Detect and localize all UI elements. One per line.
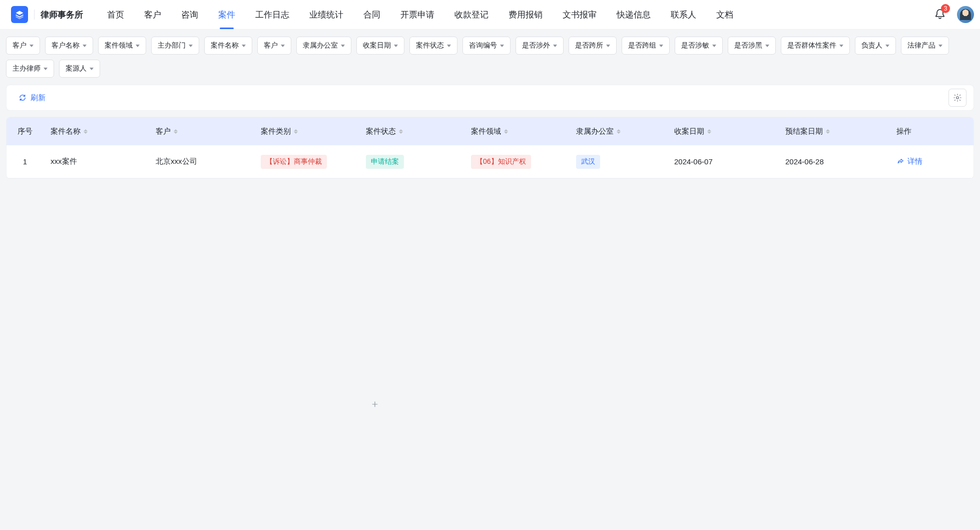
chevron-down-icon — [447, 45, 451, 47]
brand-title: 律师事务所 — [41, 9, 83, 21]
th-date1[interactable]: 收案日期 — [667, 127, 778, 136]
nav-item-0[interactable]: 首页 — [97, 0, 134, 29]
filter-label: 收案日期 — [363, 41, 391, 50]
chevron-down-icon — [136, 45, 140, 47]
filter-chip-13[interactable]: 是否涉敏 — [675, 37, 723, 55]
filter-chip-12[interactable]: 是否跨组 — [622, 37, 670, 55]
nav-item-4[interactable]: 工作日志 — [245, 0, 299, 29]
chevron-down-icon — [281, 45, 285, 47]
refresh-icon — [19, 94, 27, 102]
sort-icon — [84, 129, 88, 134]
tag-office: 武汉 — [576, 155, 600, 169]
chevron-down-icon — [606, 45, 610, 47]
filter-label: 是否群体性案件 — [787, 41, 836, 50]
chevron-down-icon — [659, 45, 663, 47]
th-client[interactable]: 客户 — [149, 127, 254, 136]
filter-chip-10[interactable]: 是否涉外 — [516, 37, 564, 55]
filter-chip-17[interactable]: 法律产品 — [901, 37, 949, 55]
nav-item-3[interactable]: 案件 — [208, 0, 245, 29]
share-icon — [896, 158, 904, 166]
content-area: 客户客户名称案件领域主办部门案件名称客户隶属办公室收案日期案件状态咨询编号是否涉… — [0, 30, 980, 530]
nav-item-1[interactable]: 客户 — [134, 0, 171, 29]
chevron-down-icon — [712, 45, 716, 47]
filter-label: 是否涉外 — [522, 41, 550, 50]
filter-label: 客户名称 — [52, 41, 80, 50]
app-logo[interactable] — [11, 6, 28, 23]
detail-link[interactable]: 详情 — [896, 157, 922, 166]
nav-item-9[interactable]: 费用报销 — [499, 0, 553, 29]
toolbar: 刷新 — [6, 85, 974, 111]
filter-chip-1[interactable]: 客户名称 — [45, 37, 93, 55]
notifications-button[interactable]: 3 — [931, 5, 949, 25]
filter-chip-0[interactable]: 客户 — [6, 37, 40, 55]
filter-chip-5[interactable]: 客户 — [257, 37, 291, 55]
filter-label: 主办部门 — [158, 41, 186, 50]
nav-item-7[interactable]: 开票申请 — [390, 0, 444, 29]
nav-item-8[interactable]: 收款登记 — [444, 0, 499, 29]
sort-icon — [707, 129, 711, 134]
filter-label: 案件状态 — [416, 41, 444, 50]
header-right: 3 — [931, 5, 974, 25]
filter-chip-16[interactable]: 负责人 — [855, 37, 896, 55]
filter-label: 负责人 — [861, 41, 882, 50]
filter-label: 咨询编号 — [469, 41, 497, 50]
chevron-down-icon — [885, 45, 889, 47]
filter-chip-18[interactable]: 主办律师 — [6, 60, 54, 78]
filter-label: 案件领域 — [105, 41, 133, 50]
settings-button[interactable] — [948, 89, 966, 107]
nav-item-6[interactable]: 合同 — [353, 0, 390, 29]
th-status[interactable]: 案件状态 — [359, 127, 464, 136]
cell-office: 武汉 — [569, 155, 667, 169]
tag-type: 【诉讼】商事仲裁 — [261, 155, 327, 169]
filter-chip-7[interactable]: 收案日期 — [356, 37, 404, 55]
th-office[interactable]: 隶属办公室 — [569, 127, 667, 136]
th-case-name[interactable]: 案件名称 — [44, 127, 149, 136]
avatar[interactable] — [957, 6, 974, 23]
nav-item-11[interactable]: 快递信息 — [607, 0, 661, 29]
filter-chip-6[interactable]: 隶属办公室 — [296, 37, 351, 55]
cell-case-name: xxx案件 — [44, 157, 149, 166]
filter-chip-9[interactable]: 咨询编号 — [462, 37, 511, 55]
th-date2[interactable]: 预结案日期 — [778, 127, 889, 136]
nav-item-5[interactable]: 业绩统计 — [299, 0, 353, 29]
filter-chip-11[interactable]: 是否跨所 — [569, 37, 617, 55]
nav-item-13[interactable]: 文档 — [706, 0, 743, 29]
filter-chip-15[interactable]: 是否群体性案件 — [781, 37, 850, 55]
nav-item-12[interactable]: 联系人 — [661, 0, 706, 29]
chevron-down-icon — [44, 68, 48, 70]
tag-field: 【06】知识产权 — [471, 155, 531, 169]
refresh-button[interactable]: 刷新 — [19, 93, 46, 103]
filter-chip-19[interactable]: 案源人 — [59, 60, 100, 78]
refresh-label: 刷新 — [31, 93, 46, 103]
chevron-down-icon — [242, 45, 246, 47]
chevron-down-icon — [839, 45, 843, 47]
th-index[interactable]: 序号 — [7, 127, 44, 136]
th-type[interactable]: 案件类别 — [254, 127, 359, 136]
chevron-down-icon — [90, 68, 94, 70]
filter-bar: 客户客户名称案件领域主办部门案件名称客户隶属办公室收案日期案件状态咨询编号是否涉… — [0, 30, 980, 78]
th-field[interactable]: 案件领域 — [464, 127, 569, 136]
filter-label: 法律产品 — [907, 41, 935, 50]
filter-label: 案件名称 — [211, 41, 239, 50]
filter-chip-3[interactable]: 主办部门 — [151, 37, 199, 55]
chevron-down-icon — [938, 45, 942, 47]
layers-icon — [15, 10, 25, 20]
table-row[interactable]: 1 xxx案件 北京xxx公司 【诉讼】商事仲裁 申请结案 【06】知识产权 武… — [7, 145, 973, 178]
chevron-down-icon — [394, 45, 398, 47]
chevron-down-icon — [765, 45, 769, 47]
tag-status: 申请结案 — [366, 155, 404, 169]
chevron-down-icon — [500, 45, 504, 47]
cell-index: 1 — [7, 157, 44, 166]
th-action: 操作 — [889, 127, 973, 136]
filter-chip-2[interactable]: 案件领域 — [98, 37, 146, 55]
filter-label: 客户 — [13, 41, 27, 50]
sort-icon — [174, 129, 178, 134]
chevron-down-icon — [189, 45, 193, 47]
filter-chip-8[interactable]: 案件状态 — [409, 37, 457, 55]
gear-icon — [953, 93, 962, 102]
nav-item-10[interactable]: 文书报审 — [553, 0, 607, 29]
filter-chip-4[interactable]: 案件名称 — [204, 37, 252, 55]
cell-date2: 2024-06-28 — [778, 157, 889, 166]
filter-chip-14[interactable]: 是否涉黑 — [728, 37, 776, 55]
nav-item-2[interactable]: 咨询 — [171, 0, 208, 29]
